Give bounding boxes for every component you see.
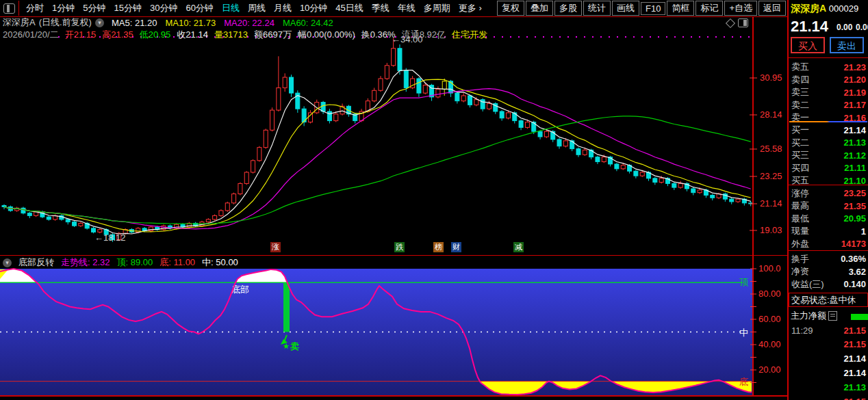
chevron-down-icon[interactable]: ▾ (95, 18, 104, 27)
menu-button-统计[interactable]: 统计 (583, 1, 611, 16)
menu-item-45日线[interactable]: 45日线 (331, 2, 367, 14)
badge-涨[interactable]: 涨 (270, 242, 281, 252)
candle-body (277, 88, 281, 110)
tick-price: 21.15 (843, 397, 866, 400)
quote-row[interactable]: 买三21.12 (791, 149, 866, 161)
indicator-chart[interactable]: ★卖底部顶中底100.080.0060.0040.0020.00 (0, 256, 787, 400)
badge-财[interactable]: 财 (451, 242, 461, 252)
tool-menu: 复权叠加多股统计画线F10简框标记+自选返回 (496, 1, 786, 16)
menu-item-15分钟[interactable]: 15分钟 (110, 2, 145, 14)
candlestick-chart[interactable]: 30.9528.1425.5823.2521.1419.03←34.00←18.… (0, 16, 787, 256)
menu-button-+自选[interactable]: +自选 (724, 1, 757, 16)
badge-跌[interactable]: 跌 (394, 242, 405, 252)
menu-button-标记[interactable]: 标记 (695, 1, 723, 16)
price-tick-label: 28.14 (760, 109, 782, 120)
candle-body (283, 77, 287, 88)
candle-body (730, 199, 734, 202)
indicator-value: 底部反转 (18, 256, 54, 269)
badge-榜[interactable]: 榜 (433, 242, 444, 252)
indicator-value: 走势线: 2.32 (61, 256, 110, 269)
menu-button-返回[interactable]: 返回 (758, 1, 786, 16)
candle-body (461, 96, 465, 101)
sidebar-separator (789, 250, 868, 251)
candle-body (423, 85, 427, 94)
badge-减[interactable]: 减 (513, 242, 524, 252)
quote-sidebar: 深深房A 000029 21.14 0.00 0.00 买入 卖出 卖五21.2… (787, 0, 868, 400)
quote-row[interactable]: 卖五21.23 (791, 61, 866, 73)
quote-row[interactable]: 买一21.14 (791, 124, 866, 136)
price-tick-label: 25.58 (760, 144, 782, 154)
menu-item-10分钟[interactable]: 10分钟 (296, 2, 331, 14)
candle-body (251, 161, 255, 172)
candle-body (225, 203, 229, 211)
menu-item-周线[interactable]: 周线 (244, 2, 270, 14)
candle-body (640, 172, 644, 176)
menu-item-更多 ›[interactable]: 更多 › (455, 2, 486, 14)
candle-body (257, 148, 261, 161)
panel-separator (0, 255, 787, 256)
menu-button-多股[interactable]: 多股 (554, 1, 582, 16)
menu-item-月线[interactable]: 月线 (270, 2, 296, 14)
candle-body (634, 171, 638, 176)
menu-item-季线[interactable]: 季线 (368, 2, 394, 14)
split-window-icon[interactable] (738, 18, 748, 27)
info-segment: 换0.36% (361, 29, 396, 38)
menu-button-画线[interactable]: 画线 (612, 1, 639, 16)
trading-app-window: 分时1分钟5分钟15分钟30分钟60分钟日线周线月线10分钟45日线季线年线多周… (0, 0, 868, 400)
candle-body (672, 183, 676, 187)
menu-button-叠加[interactable]: 叠加 (526, 1, 553, 16)
candle-body (468, 96, 472, 105)
quote-row[interactable]: 卖三21.19 (791, 86, 866, 98)
menu-item-多周期[interactable]: 多周期 (420, 2, 455, 14)
menu-button-简框[interactable]: 简框 (667, 1, 694, 16)
candle-body (449, 81, 453, 93)
quote-row[interactable]: 买二21.13 (791, 137, 866, 149)
info-segment: 幅0.00(0.00%) (298, 29, 355, 38)
buy-button[interactable]: 买入 (791, 37, 825, 53)
menu-item-分时[interactable]: 分时 (22, 2, 48, 14)
menu-item-年线[interactable]: 年线 (394, 2, 420, 14)
candle-body (289, 77, 293, 93)
candle-body (379, 79, 383, 90)
menu-item-5分钟[interactable]: 5分钟 (79, 2, 110, 14)
list-icon[interactable] (828, 311, 837, 321)
candle-body (691, 189, 695, 193)
row-label: 涨停 (791, 187, 809, 200)
sidebar-stock-header: 深深房A 000029 (791, 3, 858, 15)
chevron-down-icon[interactable]: ▾ (3, 258, 12, 267)
candle-body (21, 208, 25, 213)
menu-button-F10[interactable]: F10 (641, 2, 665, 15)
candle-body (442, 81, 446, 90)
quote-row[interactable]: 卖二21.17 (791, 99, 866, 111)
price-annotation: ←18.12 (94, 232, 126, 243)
candle-body (621, 165, 625, 169)
quote-row: 外盘14173 (791, 238, 866, 250)
candle-body (98, 230, 102, 232)
quote-row[interactable]: 卖四21.20 (791, 74, 866, 86)
menu-button-复权[interactable]: 复权 (497, 1, 524, 16)
candle-body (455, 93, 459, 101)
candle-body (602, 157, 606, 162)
menu-item-1分钟[interactable]: 1分钟 (48, 2, 79, 14)
row-value: 21.17 (843, 100, 866, 110)
price-tick-label: 30.95 (760, 72, 782, 83)
row-label: 净资 (791, 265, 809, 278)
candle-body (596, 157, 600, 162)
menu-item-30分钟[interactable]: 30分钟 (146, 2, 181, 14)
quote-row[interactable]: 买四21.11 (791, 162, 866, 174)
main-net-label: 主力净额 (791, 310, 826, 322)
tick-row: 21.15 (791, 395, 866, 400)
menu-item-60分钟[interactable]: 60分钟 (181, 2, 217, 14)
row-label: 卖五 (791, 61, 809, 73)
row-value: 21.14 (843, 125, 866, 135)
diamond-icon[interactable] (726, 18, 735, 28)
sell-button[interactable]: 卖出 (830, 37, 864, 53)
menu-item-日线[interactable]: 日线 (218, 2, 244, 14)
chart-window-icons (727, 18, 748, 27)
ma10-line (4, 79, 751, 232)
layout-icon[interactable] (3, 3, 15, 14)
candle-body (27, 213, 31, 216)
main-net-row: 主力净额 (791, 310, 837, 322)
row-label: 卖二 (791, 99, 809, 111)
candle-body (615, 164, 619, 169)
